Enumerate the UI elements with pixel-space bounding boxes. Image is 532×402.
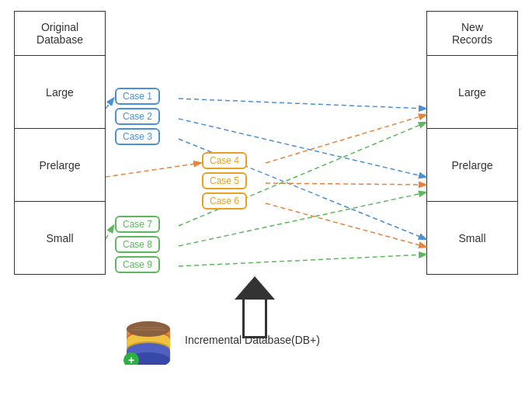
incremental-db-label: Incremental Database(DB+) (185, 334, 320, 346)
svg-line-3 (266, 115, 426, 163)
up-arrow (235, 276, 275, 338)
svg-line-11 (106, 226, 113, 239)
case-label-9: Case 9 (115, 256, 160, 273)
case-label-6: Case 6 (202, 192, 247, 210)
right-db-row-small: Small (427, 202, 517, 274)
right-db-title: New Records (427, 12, 517, 56)
svg-line-0 (179, 99, 426, 109)
right-db-row-large: Large (427, 56, 517, 129)
svg-line-5 (266, 203, 426, 247)
left-db-row-prelarge: Prelarge (15, 129, 105, 202)
case-label-7: Case 7 (115, 216, 160, 233)
svg-line-10 (106, 99, 113, 109)
right-db-row-prelarge: Prelarge (427, 129, 517, 202)
case-label-5: Case 5 (202, 172, 247, 189)
svg-text:+: + (128, 354, 134, 365)
case-label-2: Case 2 (115, 108, 160, 125)
case-label-1: Case 1 (115, 88, 160, 105)
left-db-title: Original Database (15, 12, 105, 56)
svg-point-21 (127, 321, 170, 337)
diagram-container: Original Database Large Prelarge Small N… (0, 0, 532, 402)
svg-line-9 (179, 255, 426, 266)
right-database-box: New Records Large Prelarge Small (426, 11, 518, 275)
case-label-3: Case 3 (115, 128, 160, 145)
case-label-4: Case 4 (202, 152, 247, 169)
incremental-db-icon: + (120, 318, 176, 361)
case-label-8: Case 8 (115, 236, 160, 253)
svg-line-6 (106, 163, 200, 177)
svg-line-4 (266, 183, 426, 185)
left-database-box: Original Database Large Prelarge Small (14, 11, 106, 275)
left-db-row-large: Large (15, 56, 105, 129)
left-db-row-small: Small (15, 202, 105, 274)
